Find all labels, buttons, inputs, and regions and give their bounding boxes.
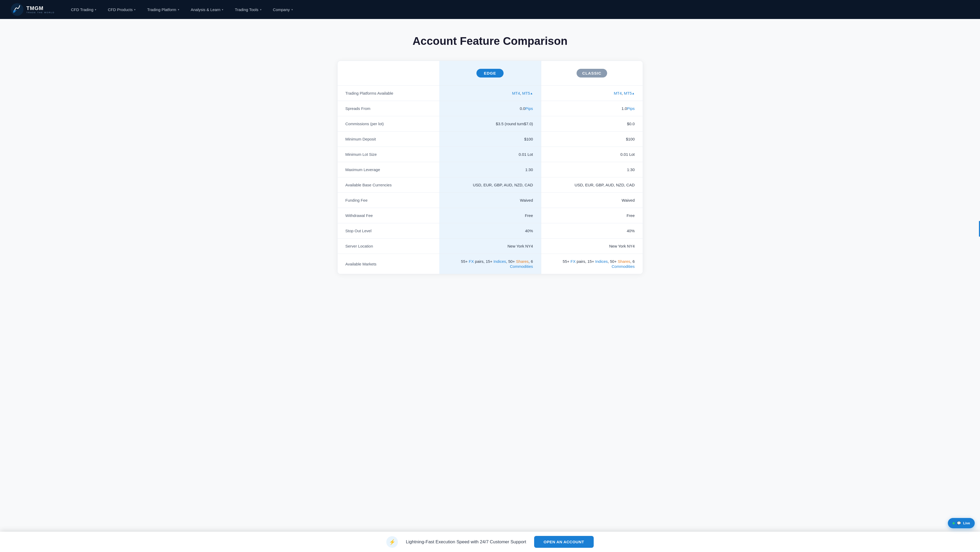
link-mt5-classic[interactable]: MT5 bbox=[624, 91, 632, 96]
edge-trading-platforms: MT4, MT5▲ bbox=[439, 86, 541, 101]
classic-min-deposit: $100 bbox=[541, 132, 643, 147]
page-title: Account Feature Comparison bbox=[337, 35, 643, 48]
logo-sub: TRADE THE WORLD bbox=[26, 11, 54, 14]
row-commissions: Commissions (per lot) $3.5 (round turn$7… bbox=[337, 116, 643, 131]
svg-point-0 bbox=[11, 3, 24, 16]
link-indices-classic[interactable]: Indices bbox=[595, 259, 608, 263]
label-stop-out: Stop Out Level bbox=[337, 223, 439, 238]
asterisk-edge: ▲ bbox=[530, 92, 533, 95]
classic-trading-platforms: MT4, MT5▲ bbox=[541, 86, 643, 101]
row-trading-platforms: Trading Platforms Available MT4, MT5▲ MT… bbox=[337, 85, 643, 101]
link-commodities-classic[interactable]: Commodities bbox=[612, 264, 635, 269]
row-available-markets: Available Markets 55+ FX pairs, 15+ Indi… bbox=[337, 254, 643, 274]
link-mt5-edge[interactable]: MT5 bbox=[522, 91, 530, 96]
link-indices-edge[interactable]: Indices bbox=[493, 259, 506, 263]
edge-commodities-text: Commodities bbox=[510, 264, 533, 269]
chat-online-indicator bbox=[953, 522, 955, 524]
classic-server-location: New York NY4 bbox=[541, 239, 643, 254]
asterisk-classic: ▲ bbox=[632, 92, 635, 95]
row-max-leverage: Maximum Leverage 1:30 1:30 bbox=[337, 162, 643, 177]
chevron-down-icon: ▾ bbox=[178, 8, 179, 11]
label-min-deposit: Minimum Deposit bbox=[337, 132, 439, 147]
edge-markets-text: 55+ FX pairs, 15+ Indices, 50+ Shares, 6 bbox=[461, 259, 533, 263]
nav-item-analysis-learn[interactable]: Analysis & Learn ▾ bbox=[185, 0, 229, 19]
header-edge-cell: EDGE bbox=[439, 61, 541, 85]
edge-commissions: $3.5 (round turn$7.0) bbox=[439, 116, 541, 131]
chevron-down-icon: ▾ bbox=[291, 8, 293, 11]
edge-max-leverage: 1:30 bbox=[439, 162, 541, 177]
edge-stop-out: 40% bbox=[439, 223, 541, 238]
logo[interactable]: TMGM TRADE THE WORLD bbox=[11, 3, 54, 16]
logo-icon bbox=[11, 3, 24, 16]
nav-label-analysis-learn: Analysis & Learn bbox=[191, 7, 221, 12]
link-commodities-edge[interactable]: Commodities bbox=[510, 264, 533, 269]
chevron-down-icon: ▾ bbox=[260, 8, 261, 11]
sticky-bar: ⚡ Lightning-Fast Execution Speed with 24… bbox=[0, 532, 980, 552]
comparison-container: EDGE CLASSIC Trading Platforms Available… bbox=[337, 61, 643, 274]
edge-min-lot: 0.01 Lot bbox=[439, 147, 541, 162]
chevron-down-icon: ▾ bbox=[95, 8, 96, 11]
scroll-indicator bbox=[979, 221, 980, 237]
label-max-leverage: Maximum Leverage bbox=[337, 162, 439, 177]
link-mt4-classic[interactable]: MT4 bbox=[614, 91, 622, 96]
nav-item-trading-platform[interactable]: Trading Platform ▾ bbox=[141, 0, 185, 19]
edge-badge: EDGE bbox=[476, 69, 504, 78]
row-min-lot: Minimum Lot Size 0.01 Lot 0.01 Lot bbox=[337, 147, 643, 162]
link-shares-edge[interactable]: Shares bbox=[516, 259, 528, 263]
classic-markets-text: 55+ FX pairs, 15+ Indices, 50+ Shares, 6 bbox=[563, 259, 635, 263]
chat-text: Live bbox=[963, 521, 970, 525]
row-withdrawal-fee: Withdrawal Fee Free Free bbox=[337, 208, 643, 223]
edge-withdrawal-fee: Free bbox=[439, 208, 541, 223]
classic-min-lot: 0.01 Lot bbox=[541, 147, 643, 162]
nav-label-company: Company bbox=[273, 7, 290, 12]
chat-widget[interactable]: 💬 Live bbox=[948, 518, 975, 528]
row-min-deposit: Minimum Deposit $100 $100 bbox=[337, 131, 643, 147]
nav-label-cfd-products: CFD Products bbox=[108, 7, 132, 12]
row-stop-out: Stop Out Level 40% 40% bbox=[337, 223, 643, 238]
header-classic-cell: CLASSIC bbox=[541, 61, 643, 85]
page-content: Account Feature Comparison EDGE CLASSIC … bbox=[332, 19, 648, 285]
open-account-button[interactable]: OPEN AN ACCOUNT bbox=[534, 536, 594, 548]
header-empty-cell bbox=[337, 61, 439, 85]
link-pips-edge[interactable]: Pips bbox=[525, 106, 533, 111]
label-min-lot: Minimum Lot Size bbox=[337, 147, 439, 162]
edge-min-deposit: $100 bbox=[439, 132, 541, 147]
classic-spreads: 1.0 Pips bbox=[541, 101, 643, 116]
classic-stop-out: 40% bbox=[541, 223, 643, 238]
edge-server-location: New York NY4 bbox=[439, 239, 541, 254]
link-shares-classic[interactable]: Shares bbox=[618, 259, 630, 263]
classic-commissions: $0.0 bbox=[541, 116, 643, 131]
classic-withdrawal-fee: Free bbox=[541, 208, 643, 223]
edge-funding-fee: Waived bbox=[439, 193, 541, 208]
classic-base-currencies: USD, EUR, GBP, AUD, NZD, CAD bbox=[541, 177, 643, 192]
classic-max-leverage: 1:30 bbox=[541, 162, 643, 177]
logo-text: TMGM bbox=[26, 5, 54, 11]
label-spreads: Spreads From bbox=[337, 101, 439, 116]
nav-label-trading-platform: Trading Platform bbox=[147, 7, 176, 12]
chat-label: 💬 bbox=[957, 521, 961, 525]
label-available-markets: Available Markets bbox=[337, 254, 439, 274]
row-base-currencies: Available Base Currencies USD, EUR, GBP,… bbox=[337, 177, 643, 192]
edge-available-markets: 55+ FX pairs, 15+ Indices, 50+ Shares, 6… bbox=[439, 254, 541, 274]
classic-funding-fee: Waived bbox=[541, 193, 643, 208]
nav-item-trading-tools[interactable]: Trading Tools ▾ bbox=[229, 0, 267, 19]
link-fx-classic[interactable]: FX bbox=[571, 259, 576, 263]
nav-item-company[interactable]: Company ▾ bbox=[267, 0, 299, 19]
label-commissions: Commissions (per lot) bbox=[337, 116, 439, 131]
label-funding-fee: Funding Fee bbox=[337, 193, 439, 208]
link-mt4-edge[interactable]: MT4 bbox=[512, 91, 520, 96]
chevron-down-icon: ▾ bbox=[134, 8, 135, 11]
link-fx-edge[interactable]: FX bbox=[469, 259, 474, 263]
lightning-icon: ⚡ bbox=[386, 536, 398, 548]
nav-items: CFD Trading ▾ CFD Products ▾ Trading Pla… bbox=[65, 0, 969, 19]
comparison-header: EDGE CLASSIC bbox=[337, 61, 643, 85]
classic-available-markets: 55+ FX pairs, 15+ Indices, 50+ Shares, 6… bbox=[541, 254, 643, 274]
link-pips-classic[interactable]: Pips bbox=[627, 106, 635, 111]
row-spreads: Spreads From 0.0 Pips 1.0 Pips bbox=[337, 101, 643, 116]
nav-label-trading-tools: Trading Tools bbox=[235, 7, 258, 12]
classic-badge: CLASSIC bbox=[577, 69, 608, 78]
edge-base-currencies: USD, EUR, GBP, AUD, NZD, CAD bbox=[439, 177, 541, 192]
nav-item-cfd-products[interactable]: CFD Products ▾ bbox=[102, 0, 141, 19]
nav-item-cfd-trading[interactable]: CFD Trading ▾ bbox=[65, 0, 102, 19]
label-withdrawal-fee: Withdrawal Fee bbox=[337, 208, 439, 223]
